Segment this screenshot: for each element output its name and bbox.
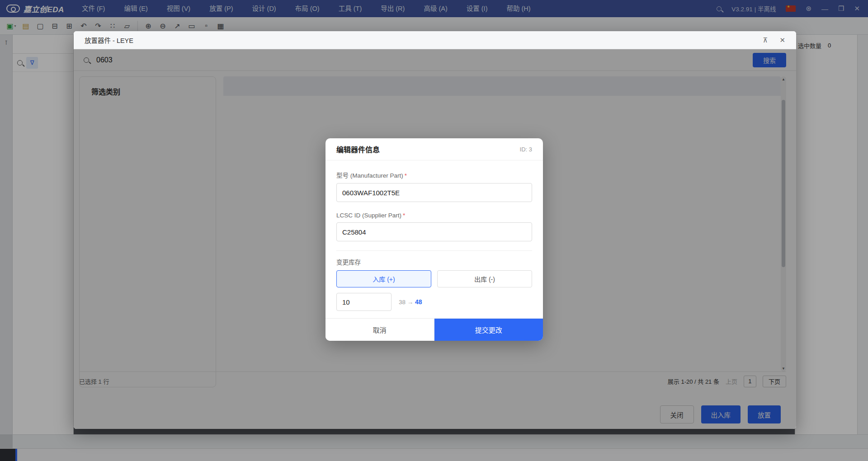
lcsc-label: LCSC ID (Supplier Part)*: [336, 212, 532, 219]
lcsc-input[interactable]: C25804: [336, 222, 532, 241]
cancel-button[interactable]: 取消: [326, 319, 434, 341]
quantity-input[interactable]: 10: [336, 293, 392, 311]
stock-change-preview: 38 → 48: [399, 298, 422, 306]
dialog-close-icon[interactable]: ✕: [779, 36, 785, 44]
stock-out-toggle[interactable]: 出库 (-): [437, 270, 532, 287]
component-id-label: ID: 3: [520, 146, 532, 153]
stock-in-toggle[interactable]: 入库 (+): [336, 270, 431, 287]
edit-component-dialog: 编辑器件信息 ID: 3 型号 (Manufacturer Part)* 060…: [326, 138, 543, 341]
app-window: 嘉立创EDA 文件 (F)编辑 (E)视图 (V)放置 (P)设计 (D)布局 …: [0, 0, 868, 461]
required-mark: *: [405, 172, 407, 179]
stock-section-label: 变更库存: [336, 257, 532, 266]
collapse-top-icon[interactable]: ⊼: [763, 36, 768, 44]
mpn-input[interactable]: 0603WAF1002T5E: [336, 183, 532, 202]
edit-dialog-title: 编辑器件信息: [336, 144, 380, 155]
mpn-label: 型号 (Manufacturer Part)*: [336, 170, 532, 179]
divider: [336, 250, 532, 251]
edit-dialog-header: 编辑器件信息 ID: 3: [326, 138, 543, 160]
submit-changes-button[interactable]: 提交更改: [434, 319, 543, 341]
place-dialog-titlebar: 放置器件 - LEYE ⊼ ✕: [74, 31, 796, 49]
place-dialog-title: 放置器件 - LEYE: [85, 35, 133, 45]
